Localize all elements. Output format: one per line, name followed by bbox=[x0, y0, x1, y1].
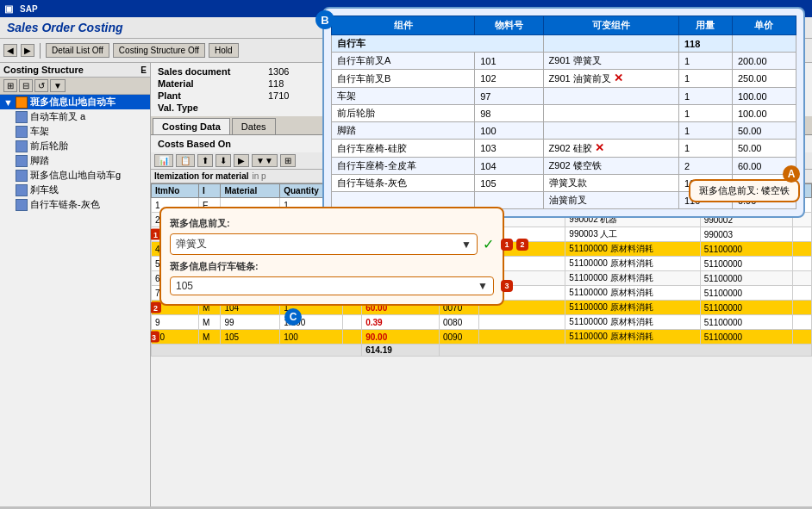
total-value: 614.19 bbox=[362, 345, 440, 357]
popup-group-price bbox=[732, 35, 796, 53]
cell-cst-txt: 51100000 原材料消耗 bbox=[565, 257, 700, 271]
tree-item-icon-6 bbox=[16, 199, 28, 211]
table-btn-3[interactable]: ⬆ bbox=[197, 154, 213, 167]
refresh-btn[interactable]: ↺ bbox=[34, 79, 48, 92]
sales-doc-label: Sales document bbox=[158, 66, 261, 77]
cell-cst-txt: 51100000 原材料消耗 bbox=[565, 301, 700, 315]
popup-col-quantity: 用量 bbox=[679, 16, 733, 35]
plant-label: Plant bbox=[158, 90, 261, 101]
popup-row-4: 脚踏 100 1 50.00 bbox=[332, 122, 796, 140]
costing-structure-title: Costing Structure bbox=[3, 65, 84, 75]
popup-variable-1: Z901 油簧前叉 ✕ bbox=[543, 70, 678, 88]
hold-button[interactable]: Hold bbox=[209, 43, 239, 58]
popup-variable-5: Z902 硅胶 ✕ bbox=[543, 140, 678, 158]
cell-cst-txt: 51100000 原材料消耗 bbox=[565, 330, 700, 345]
popup-col-price: 单价 bbox=[732, 16, 796, 35]
popup-row-0: 自行车前叉A 101 Z901 弹簧叉 1 200.00 bbox=[332, 53, 796, 70]
expand-btn[interactable]: ⊞ bbox=[3, 79, 17, 92]
tree-item-1[interactable]: 车架 bbox=[12, 124, 150, 139]
tree-item-label-1: 车架 bbox=[30, 125, 49, 138]
costing-structure-button[interactable]: Costing Structure Off bbox=[113, 43, 205, 58]
tree-children: 自动车前叉 a 车架 前后轮胎 脚踏 斑多信息山地自动车g bbox=[0, 109, 150, 212]
table-btn-filter[interactable]: ▼▼ bbox=[252, 154, 278, 167]
popup-material-3: 98 bbox=[475, 105, 543, 122]
popup-variable-0: Z901 弹簧叉 bbox=[543, 53, 678, 70]
popup-component-3: 前后轮胎 bbox=[332, 105, 475, 122]
left-panel-toolbar: ⊞ ⊟ ↺ ▼ bbox=[0, 78, 150, 95]
tree-item-label-2: 前后轮胎 bbox=[30, 140, 68, 152]
dialog-input-1[interactable]: 弹簧叉 ▼ bbox=[170, 233, 478, 255]
table-row-highlight-3: 10 3 M 105 100 90.00 0090 51100000 原材料消耗… bbox=[152, 330, 812, 345]
tab-dates[interactable]: Dates bbox=[232, 118, 276, 134]
popup-variable-3 bbox=[543, 105, 678, 122]
back-button[interactable]: ◀ bbox=[3, 44, 17, 57]
popup-component-2: 车架 bbox=[332, 88, 475, 105]
cell-total: 0.39 bbox=[362, 315, 440, 330]
dialog-badge-3: 3 bbox=[501, 280, 513, 292]
itemization-sub: in p bbox=[252, 171, 265, 181]
table-btn-4[interactable]: ⬇ bbox=[215, 154, 231, 167]
cell-i: M bbox=[198, 330, 221, 345]
popup-group-mid bbox=[543, 35, 678, 53]
popup-component-6: 自行车座椅-全皮革 bbox=[332, 158, 475, 175]
cell-s2 bbox=[792, 301, 811, 315]
separator-1 bbox=[40, 43, 41, 59]
left-panel: Costing Structure E ⊞ ⊟ ↺ ▼ ▼ 斑多信息山地自动车 … bbox=[0, 63, 151, 506]
tree-root-item[interactable]: ▼ 斑多信息山地自动车 bbox=[0, 95, 150, 109]
table-btn-5[interactable]: ▶ bbox=[234, 154, 249, 167]
dialog-input-2[interactable]: 105 ▼ bbox=[170, 276, 494, 295]
tree-item-6[interactable]: 自行车链条-灰色 bbox=[12, 197, 150, 212]
callout-a-label: 斑多信息前叉: bbox=[699, 185, 759, 196]
collapse-btn[interactable]: ⊟ bbox=[19, 79, 33, 92]
app-title: Sales Order Costing bbox=[7, 21, 123, 34]
tree-root-label: 斑多信息山地自动车 bbox=[30, 96, 116, 109]
popup-qty-0: 1 bbox=[679, 53, 733, 70]
table-btn-6[interactable]: ⊞ bbox=[280, 154, 296, 167]
popup-row-1: 自行车前叉B 102 Z901 油簧前叉 ✕ 1 250.00 bbox=[332, 70, 796, 88]
tree-item-icon-1 bbox=[16, 126, 28, 138]
cell-s2 bbox=[792, 330, 811, 345]
tree-item-5[interactable]: 刹车线 bbox=[12, 183, 150, 197]
cell-i: M bbox=[198, 315, 221, 330]
popup-row-6: 自行车座椅-全皮革 104 Z902 镂空铁 2 60.00 bbox=[332, 158, 796, 175]
cell-cost-el: 51100000 bbox=[700, 330, 792, 345]
dialog-badge-2: 2 bbox=[516, 239, 528, 251]
table-row: 9 M 99 1.100 0.39 0080 51100000 原材料消耗 51… bbox=[152, 315, 812, 330]
dropdown-icon-2: ▼ bbox=[478, 280, 488, 292]
dialog-badge-1: 1 bbox=[501, 239, 513, 251]
cell-item: 0080 bbox=[439, 315, 478, 330]
cell-cst-txt: 51100000 原材料消耗 bbox=[565, 286, 700, 301]
tree-item-4[interactable]: 斑多信息山地自动车g bbox=[12, 168, 150, 183]
x-icon-2: ✕ bbox=[595, 141, 604, 154]
popup-row-3: 前后轮胎 98 1 100.00 bbox=[332, 105, 796, 122]
cell-s2 bbox=[792, 227, 811, 242]
detail-list-button[interactable]: Detail List Off bbox=[46, 43, 109, 58]
cell-itm: 10 3 bbox=[152, 330, 199, 345]
popup-material-4: 100 bbox=[475, 122, 543, 140]
popup-qty-5: 1 bbox=[679, 140, 733, 158]
table-btn-1[interactable]: 📊 bbox=[154, 154, 173, 167]
popup-qty-6: 2 bbox=[679, 158, 733, 175]
tree-item-label-4: 斑多信息山地自动车g bbox=[30, 169, 121, 182]
tab-costing-data[interactable]: Costing Data bbox=[153, 118, 230, 134]
popup-material-7: 105 bbox=[475, 175, 543, 192]
filter-btn[interactable]: ▼ bbox=[50, 79, 66, 92]
cell-cost-el: 990003 bbox=[700, 227, 792, 242]
callout-a-container: A 斑多信息前叉: 镂空铁 bbox=[689, 179, 800, 202]
dialog-value-2: 105 bbox=[176, 280, 193, 292]
cell-quantity: 100 bbox=[280, 330, 343, 345]
tree-item-0[interactable]: 自动车前叉 a bbox=[12, 109, 150, 124]
tree-item-3[interactable]: 脚踏 bbox=[12, 153, 150, 168]
check-icon-1[interactable]: ✓ bbox=[483, 236, 494, 252]
popup-group-row: 自行车 118 bbox=[332, 35, 796, 53]
table-btn-2[interactable]: 📋 bbox=[176, 154, 195, 167]
cell-cost-el: 51100000 bbox=[700, 286, 792, 301]
forward-button[interactable]: ▶ bbox=[21, 44, 34, 57]
tree-item-2[interactable]: 前后轮胎 bbox=[12, 139, 150, 153]
dropdown-icon-1: ▼ bbox=[461, 239, 472, 251]
popup-component-4: 脚踏 bbox=[332, 122, 475, 140]
tree-item-label-3: 脚踏 bbox=[30, 154, 49, 167]
cell-cost-el: 51100000 bbox=[700, 257, 792, 271]
itemization-label: Itemization for material bbox=[154, 171, 248, 181]
popup-group-label: 自行车 bbox=[332, 35, 544, 53]
